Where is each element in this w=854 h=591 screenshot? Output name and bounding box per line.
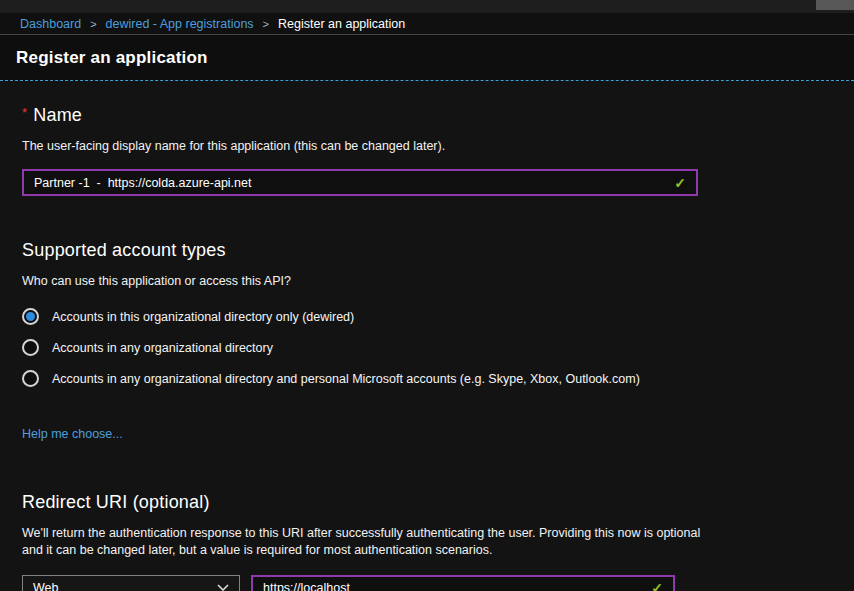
breadcrumb-separator-icon: > <box>90 18 96 30</box>
valid-checkmark-icon: ✓ <box>674 176 686 190</box>
help-me-choose-link[interactable]: Help me choose... <box>22 427 123 441</box>
account-types-description: Who can use this application or access t… <box>22 273 832 290</box>
account-types-title: Supported account types <box>22 240 832 261</box>
azure-portal-register-app-page: Dashboard > dewired - App registrations … <box>0 0 854 591</box>
radio-button-icon[interactable] <box>22 339 39 356</box>
register-form: *Name The user-facing display name for t… <box>0 81 854 591</box>
radio-option-label: Accounts in any organizational directory… <box>52 372 640 386</box>
breadcrumb-separator-icon: > <box>263 18 269 30</box>
breadcrumb-link-dashboard[interactable]: Dashboard <box>20 17 81 31</box>
radio-button-icon[interactable] <box>22 308 39 325</box>
redirect-uri-input-value: https://localhost <box>263 581 350 591</box>
redirect-uri-row: Web https://localhost ✓ <box>22 575 832 591</box>
radio-option-multi-tenant[interactable]: Accounts in any organizational directory <box>22 339 832 356</box>
name-section-description: The user-facing display name for this ap… <box>22 138 832 155</box>
name-section: *Name The user-facing display name for t… <box>22 105 832 196</box>
platform-select[interactable]: Web <box>22 575 240 591</box>
breadcrumb-link-app-registrations[interactable]: dewired - App registrations <box>106 17 254 31</box>
app-name-input-value: Partner -1 - https://colda.azure-api.net <box>34 176 251 190</box>
valid-checkmark-icon: ✓ <box>651 581 663 591</box>
top-chrome-strip <box>0 0 854 13</box>
redirect-uri-description: We'll return the authentication response… <box>22 525 719 559</box>
radio-option-label: Accounts in this organizational director… <box>52 310 354 324</box>
radio-option-single-tenant[interactable]: Accounts in this organizational director… <box>22 308 832 325</box>
redirect-uri-title: Redirect URI (optional) <box>22 492 832 513</box>
scrollbar-fragment <box>816 0 854 10</box>
account-types-radio-group: Accounts in this organizational director… <box>22 308 832 387</box>
required-asterisk: * <box>22 105 27 120</box>
page-header: Register an application <box>0 35 854 81</box>
redirect-uri-input[interactable]: https://localhost ✓ <box>251 575 675 591</box>
supported-account-types-section: Supported account types Who can use this… <box>22 240 832 442</box>
name-section-title-text: Name <box>33 105 82 125</box>
name-section-title: *Name <box>22 105 832 126</box>
radio-option-label: Accounts in any organizational directory <box>52 341 273 355</box>
radio-option-multi-tenant-personal[interactable]: Accounts in any organizational directory… <box>22 370 832 387</box>
platform-select-value: Web <box>33 581 58 591</box>
breadcrumb: Dashboard > dewired - App registrations … <box>0 13 854 35</box>
chevron-down-icon <box>217 584 229 591</box>
breadcrumb-current: Register an application <box>278 17 405 31</box>
app-name-input[interactable]: Partner -1 - https://colda.azure-api.net… <box>22 169 698 196</box>
redirect-uri-section: Redirect URI (optional) We'll return the… <box>22 492 832 591</box>
radio-button-icon[interactable] <box>22 370 39 387</box>
page-title: Register an application <box>16 48 208 68</box>
